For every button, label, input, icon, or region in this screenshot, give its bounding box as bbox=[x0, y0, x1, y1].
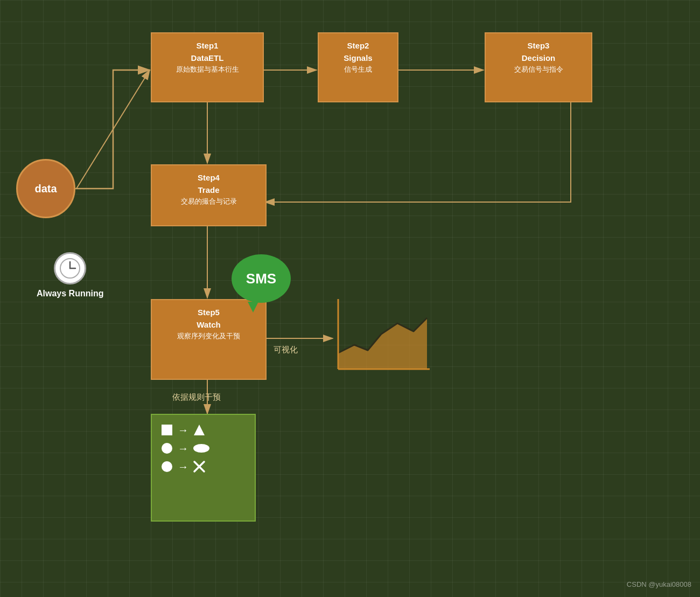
rules-row-2: → bbox=[160, 442, 246, 455]
step5-title: Step5 bbox=[160, 307, 257, 319]
svg-point-18 bbox=[193, 444, 209, 453]
clock-icon bbox=[54, 252, 86, 284]
step4-title: Step4 bbox=[160, 172, 257, 184]
step3-box: Step3 Decision 交易信号与指令 bbox=[485, 32, 592, 102]
watermark: CSDN @yukai08008 bbox=[627, 580, 691, 588]
svg-line-1 bbox=[76, 70, 150, 189]
step1-subtitle: DataETL bbox=[160, 52, 254, 65]
svg-point-19 bbox=[162, 461, 172, 472]
svg-marker-12 bbox=[338, 318, 427, 369]
step4-subtitle: Trade bbox=[160, 184, 257, 197]
always-running-label: Always Running bbox=[37, 289, 103, 298]
clock-container: Always Running bbox=[37, 252, 103, 298]
svg-rect-15 bbox=[162, 425, 172, 435]
step2-title: Step2 bbox=[327, 40, 389, 52]
svg-point-17 bbox=[162, 443, 172, 454]
step2-box: Step2 Signals 信号生成 bbox=[318, 32, 398, 102]
step3-title: Step3 bbox=[494, 40, 583, 52]
step4-desc: 交易的撮合与记录 bbox=[160, 196, 257, 207]
step3-subtitle: Decision bbox=[494, 52, 583, 65]
intervention-label: 依据规则干预 bbox=[172, 392, 221, 402]
step3-desc: 交易信号与指令 bbox=[494, 64, 583, 75]
step4-box: Step4 Trade 交易的撮合与记录 bbox=[151, 164, 267, 226]
step1-box: Step1 DataETL 原始数据与基本衍生 bbox=[151, 32, 264, 102]
step1-desc: 原始数据与基本衍生 bbox=[160, 64, 254, 75]
data-circle: data bbox=[16, 159, 75, 218]
step5-subtitle: Watch bbox=[160, 319, 257, 331]
svg-marker-16 bbox=[194, 425, 205, 435]
rules-row-3: → bbox=[160, 460, 246, 473]
sms-bubble: SMS bbox=[232, 254, 291, 303]
rules-box: → → → bbox=[151, 414, 256, 522]
step5-desc: 观察序列变化及干预 bbox=[160, 331, 257, 342]
step2-subtitle: Signals bbox=[327, 52, 389, 65]
chart-container bbox=[333, 294, 432, 380]
visualization-label: 可视化 bbox=[274, 345, 298, 355]
sms-label: SMS bbox=[246, 270, 276, 287]
step2-desc: 信号生成 bbox=[327, 64, 389, 75]
data-circle-label: data bbox=[34, 183, 57, 195]
step1-title: Step1 bbox=[160, 40, 254, 52]
rules-row-1: → bbox=[160, 424, 246, 436]
